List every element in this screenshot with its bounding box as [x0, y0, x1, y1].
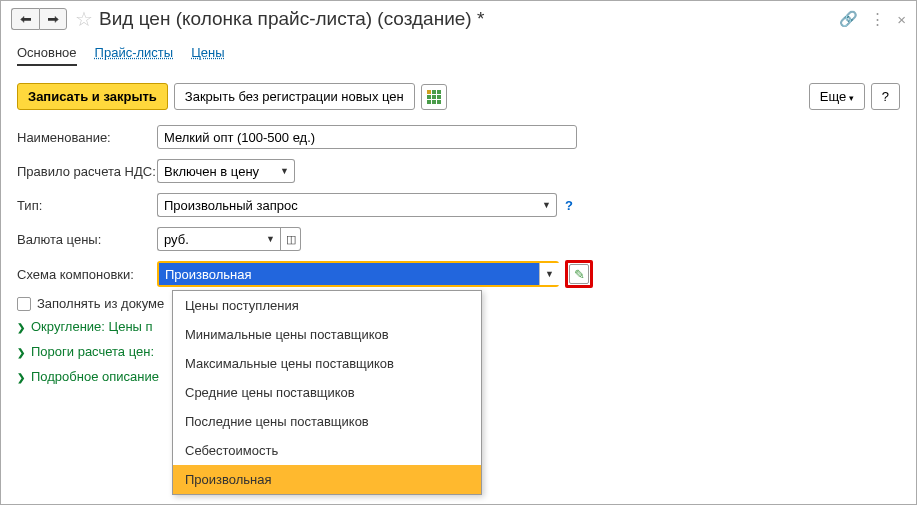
nav-back-button[interactable]: 🠨	[11, 8, 39, 30]
scheme-edit-highlight: ✎	[565, 260, 593, 288]
scheme-input[interactable]	[159, 263, 539, 285]
currency-dropdown-button[interactable]: ▼	[261, 227, 281, 251]
dropdown-item[interactable]: Максимальные цены поставщиков	[173, 349, 481, 378]
currency-open-button[interactable]: ◫	[281, 227, 301, 251]
tab-main[interactable]: Основное	[17, 45, 77, 66]
dropdown-item[interactable]: Цены поступления	[173, 291, 481, 320]
favorite-star-icon[interactable]: ☆	[75, 7, 93, 31]
close-no-register-button[interactable]: Закрыть без регистрации новых цен	[174, 83, 415, 110]
dropdown-item[interactable]: Произвольная	[173, 465, 481, 494]
type-help-icon[interactable]: ?	[565, 198, 573, 213]
currency-input[interactable]	[157, 227, 261, 251]
close-icon[interactable]: ×	[897, 11, 906, 28]
vat-input[interactable]	[157, 159, 275, 183]
pencil-icon: ✎	[574, 267, 585, 282]
name-input[interactable]	[157, 125, 577, 149]
page-title: Вид цен (колонка прайс-листа) (создание)…	[99, 8, 839, 30]
grid-icon	[427, 90, 441, 104]
more-button[interactable]: Еще	[809, 83, 865, 110]
type-dropdown-button[interactable]: ▼	[537, 193, 557, 217]
tab-prices[interactable]: Цены	[191, 45, 224, 66]
dropdown-item[interactable]: Себестоимость	[173, 436, 481, 465]
vat-label: Правило расчета НДС:	[17, 164, 157, 179]
fill-from-docs-checkbox[interactable]	[17, 297, 31, 311]
name-label: Наименование:	[17, 130, 157, 145]
scheme-label: Схема компоновки:	[17, 267, 157, 282]
type-label: Тип:	[17, 198, 157, 213]
grid-report-button[interactable]	[421, 84, 447, 110]
help-button[interactable]: ?	[871, 83, 900, 110]
dropdown-item[interactable]: Последние цены поставщиков	[173, 407, 481, 436]
scheme-edit-button[interactable]: ✎	[569, 264, 589, 284]
dropdown-item[interactable]: Средние цены поставщиков	[173, 378, 481, 407]
scheme-dropdown-button[interactable]: ▼	[539, 263, 559, 285]
currency-label: Валюта цены:	[17, 232, 157, 247]
dropdown-item[interactable]: Минимальные цены поставщиков	[173, 320, 481, 349]
fill-from-docs-label: Заполнять из докуме	[37, 296, 164, 311]
tab-pricelists[interactable]: Прайс-листы	[95, 45, 174, 66]
link-icon[interactable]: 🔗	[839, 10, 858, 28]
type-input[interactable]	[157, 193, 537, 217]
menu-dots-icon[interactable]: ⋮	[870, 10, 885, 28]
nav-forward-button[interactable]: 🠪	[39, 8, 67, 30]
scheme-dropdown-list: Цены поступленияМинимальные цены поставщ…	[172, 290, 482, 495]
vat-dropdown-button[interactable]: ▼	[275, 159, 295, 183]
save-close-button[interactable]: Записать и закрыть	[17, 83, 168, 110]
